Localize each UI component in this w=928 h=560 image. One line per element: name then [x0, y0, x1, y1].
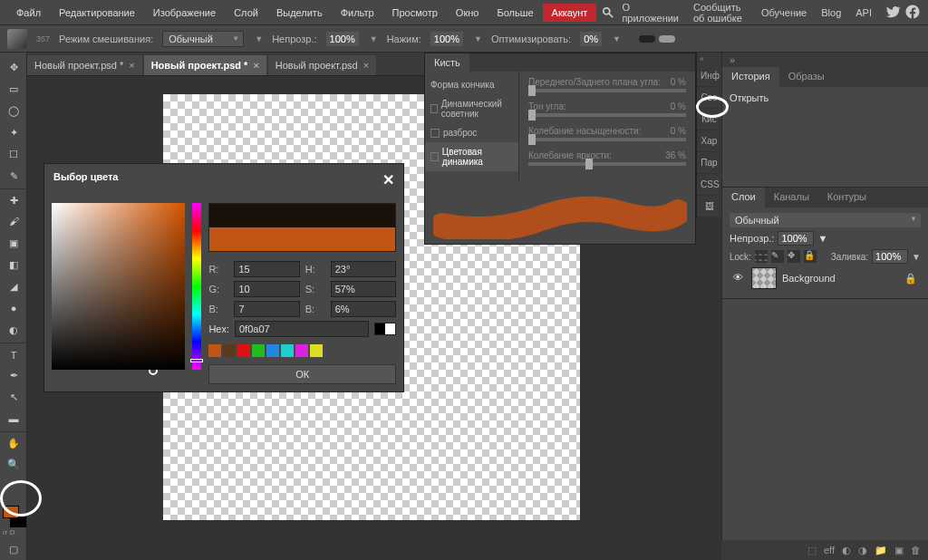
shape-tool-icon[interactable]: ▬ [0, 408, 27, 430]
lasso-tool-icon[interactable]: ◯ [0, 100, 27, 121]
recent-swatch[interactable] [252, 344, 265, 357]
visibility-icon[interactable]: 👁 [733, 272, 746, 285]
mini-tab-char[interactable]: Хар [697, 130, 721, 152]
mini-tab-para[interactable]: Пар [697, 152, 721, 174]
menu-filter[interactable]: Фильтр [332, 4, 383, 22]
link-learn[interactable]: Обучение [754, 4, 814, 22]
link-api[interactable]: API [848, 4, 879, 22]
brush-settings-btn[interactable]: ▼ [255, 34, 263, 43]
brush-slider[interactable]: Тон угла:0 % [528, 101, 686, 117]
b-input[interactable] [234, 301, 299, 317]
folder-icon[interactable]: 📁 [875, 545, 887, 556]
hex-input[interactable] [235, 321, 369, 337]
link-blog[interactable]: Blog [814, 4, 848, 22]
brush-slider[interactable]: Переднего/Заднего плана угла:0 % [528, 77, 686, 92]
recent-swatch[interactable] [281, 344, 294, 357]
pen-tool-icon[interactable]: ✒ [0, 364, 27, 386]
facebook-icon[interactable] [904, 4, 921, 22]
menu-edit[interactable]: Редактирование [50, 4, 144, 22]
ok-button[interactable]: ОК [208, 364, 396, 384]
color-gradient[interactable] [52, 203, 185, 370]
tab-channels[interactable]: Каналы [765, 188, 818, 208]
layer-opacity-input[interactable] [778, 231, 814, 246]
doc-tab-0[interactable]: Новый проект.psd *× [27, 55, 142, 75]
new-layer-icon[interactable]: ▣ [894, 545, 904, 556]
adjust-icon[interactable]: ◑ [858, 545, 867, 556]
mini-tab-css[interactable]: CSS [697, 174, 721, 196]
history-item[interactable]: Открыть [730, 92, 921, 103]
tab-history[interactable]: История [722, 67, 779, 87]
s-input[interactable] [331, 281, 396, 297]
eff-label[interactable]: eff [824, 545, 835, 555]
eraser-tool-icon[interactable]: ◧ [0, 254, 27, 275]
brush-color-dynamics[interactable]: Цветовая динамика [425, 142, 518, 171]
gradient-tool-icon[interactable]: ◢ [0, 275, 27, 297]
recent-swatch[interactable] [295, 344, 308, 357]
color-cursor[interactable] [149, 366, 158, 375]
menu-select[interactable]: Выделить [267, 4, 332, 22]
hue-slider[interactable] [192, 203, 201, 370]
eyedropper-tool-icon[interactable]: ✎ [0, 165, 27, 187]
tab-layers[interactable]: Слои [722, 188, 765, 208]
recent-swatch[interactable] [208, 344, 221, 357]
smooth-value[interactable]: 0% [580, 32, 602, 46]
zoom-tool-icon[interactable]: 🔍 [0, 453, 27, 475]
marquee-tool-icon[interactable]: ▭ [0, 78, 27, 100]
brush-panel-tab[interactable]: Кисть [425, 53, 469, 72]
tab-swatches[interactable]: Образы [779, 67, 834, 87]
r-input[interactable] [234, 261, 299, 277]
blend-mode-dropdown[interactable]: Обычный [162, 31, 244, 47]
crop-tool-icon[interactable]: ☐ [0, 143, 27, 165]
brush-slider[interactable]: Колебание насыщенности:0 % [528, 126, 686, 141]
type-tool-icon[interactable]: T [0, 343, 27, 364]
doc-tab-1[interactable]: Новый проект.psd *× [144, 55, 266, 75]
screen-mode-icon[interactable]: ▢ [0, 538, 27, 560]
recent-swatch[interactable] [266, 344, 279, 357]
stamp-tool-icon[interactable]: ▣ [0, 232, 27, 254]
color-swatches[interactable]: іт D [1, 506, 26, 535]
layer-blend-dropdown[interactable]: Обычный [730, 213, 921, 227]
mini-tab-image-icon[interactable]: 🖼 [697, 196, 721, 217]
brush-dynamics[interactable]: Динамический советник [425, 94, 518, 123]
opacity-value[interactable]: 100% [326, 32, 359, 46]
link-about[interactable]: О приложении [614, 0, 686, 27]
hand-tool-icon[interactable]: ✋ [0, 431, 27, 453]
heal-tool-icon[interactable]: ✚ [0, 188, 27, 210]
menu-more[interactable]: Больше [488, 4, 542, 22]
mini-tab-brush[interactable]: Кис [697, 109, 721, 130]
menu-layer[interactable]: Слой [225, 4, 267, 22]
blur-tool-icon[interactable]: ● [0, 297, 27, 319]
close-icon[interactable]: × [129, 60, 134, 71]
dodge-tool-icon[interactable]: ◐ [0, 319, 27, 341]
brush-scatter[interactable]: разброс [425, 123, 518, 142]
foreground-swatch[interactable] [3, 506, 19, 518]
doc-tab-2[interactable]: Новый проект.psd× [268, 55, 376, 75]
lock-pixels-icon[interactable] [755, 250, 768, 263]
layer-thumbnail[interactable] [751, 267, 777, 289]
recent-swatch[interactable] [310, 344, 323, 357]
close-icon[interactable]: × [253, 60, 258, 71]
brush-tip-shape[interactable]: Форма кончика [425, 75, 518, 94]
path-tool-icon[interactable]: ↖ [0, 386, 27, 408]
websafe-icon[interactable] [374, 323, 396, 335]
search-icon[interactable] [602, 5, 614, 21]
g-input[interactable] [234, 281, 299, 297]
close-icon[interactable]: × [363, 60, 369, 71]
fill-input[interactable] [872, 249, 908, 264]
menu-image[interactable]: Изображение [144, 4, 225, 22]
flow-value[interactable]: 100% [430, 32, 463, 46]
menu-window[interactable]: Окно [447, 4, 488, 22]
bv-input[interactable] [331, 301, 396, 317]
h-input[interactable] [331, 261, 396, 277]
menu-view[interactable]: Просмотр [383, 4, 447, 22]
move-tool-icon[interactable]: ✥ [0, 56, 27, 78]
twitter-icon[interactable] [884, 4, 901, 22]
recent-swatch[interactable] [223, 344, 236, 357]
recent-swatch[interactable] [237, 344, 250, 357]
panel-next-icon[interactable]: » [730, 54, 735, 65]
link-layers-icon[interactable]: ⬚ [807, 545, 817, 556]
hue-marker[interactable] [190, 359, 203, 362]
mask-icon[interactable]: ◐ [842, 545, 851, 556]
panel-prev-icon[interactable]: « [700, 54, 704, 63]
menu-file[interactable]: Файл [7, 4, 50, 22]
